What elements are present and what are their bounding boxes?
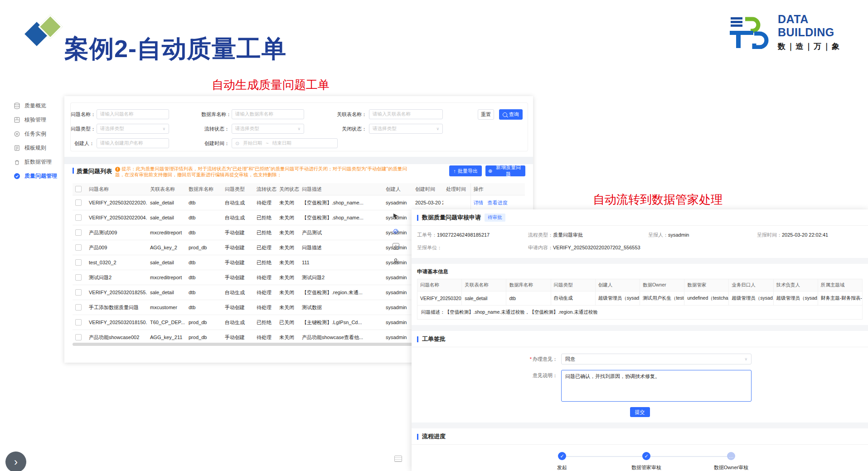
order-no-field: 工单号：1902722462498185217 <box>417 232 528 238</box>
end-date-placeholder: 结束日期 <box>272 140 291 146</box>
list-title: 质量问题列表 <box>77 167 112 175</box>
sidebar-item-2[interactable]: 任务实例 <box>14 127 67 141</box>
filter-input[interactable]: 请输入关联表名称 <box>369 109 443 119</box>
field-label: 呈报人： <box>648 232 668 238</box>
progress-section-header: 流程进度 <box>412 428 868 444</box>
cell-name: 测试问题2 <box>86 270 147 285</box>
search-button[interactable]: 查询 <box>499 109 523 120</box>
sidebar-item-4[interactable]: 脏数据管理 <box>14 155 67 169</box>
filter-select[interactable]: 请选择类型∨ <box>97 124 169 134</box>
filter-select[interactable]: 请选择类型∨ <box>369 124 443 134</box>
select-all-checkbox[interactable] <box>75 186 82 192</box>
opinion-value: 同意 <box>565 356 575 363</box>
filter-group: 关闭状态：请选择类型∨ <box>336 124 443 134</box>
comment-textarea[interactable]: 问题已确认，并找到原因，协调技术修复。 <box>561 370 752 402</box>
cell-handled <box>443 195 470 210</box>
issue-table-header-row: 问题名称关联表名称数据库名称问题类型流转状态关闭状态问题描述创建人创建时间处理时… <box>73 183 525 195</box>
cursor-icon[interactable] <box>392 212 400 220</box>
row-checkbox[interactable] <box>75 304 82 311</box>
add-issue-button[interactable]: ⊕ 新增质量问题 <box>485 165 525 176</box>
filter-group: 创建时间：⊙开始日期~结束日期 <box>201 138 338 148</box>
cell-creator: sysadmin <box>383 285 412 300</box>
filter-input[interactable]: 请输入数据库名称 <box>232 109 304 119</box>
cell-creator: sysadmin <box>383 315 412 330</box>
detail-column-header: 问题类型 <box>551 279 595 291</box>
filter-label: 问题类型： <box>71 126 97 132</box>
cell-type: 自动生成 <box>222 210 254 225</box>
cell-closed: 未关闭 <box>276 255 299 270</box>
filter-group: 流转状态：请选择类型∨ <box>201 124 304 134</box>
row-checkbox[interactable] <box>75 274 82 281</box>
row-checkbox[interactable] <box>75 334 82 340</box>
submit-button[interactable]: 提交 <box>630 407 650 417</box>
progress-title: 流程进度 <box>422 432 446 441</box>
row-checkbox[interactable] <box>75 319 82 325</box>
logo-name: DATA BUILDING <box>778 13 868 39</box>
date-separator: ~ <box>266 141 268 146</box>
user-icon[interactable] <box>392 257 400 265</box>
cell-flow: 待处理 <box>254 195 276 210</box>
filter-label: 关联表名称： <box>336 111 369 118</box>
section-accent-bar <box>73 168 74 174</box>
row-checkbox[interactable] <box>75 289 82 296</box>
placeholder-text: 请输入问题名称 <box>100 111 134 117</box>
row-checkbox[interactable] <box>75 214 82 221</box>
placeholder-text: 请输入创建用户名称 <box>100 140 143 146</box>
panel-widget-icon[interactable] <box>394 456 402 462</box>
filter-panel: 问题名称：请输入问题名称数据库名称：请输入数据库名称关联表名称：请输入关联表名称… <box>70 102 528 151</box>
view-progress-link[interactable]: 查看进度 <box>488 200 508 205</box>
chevron-down-icon: ∨ <box>297 126 301 131</box>
filter-select[interactable]: 请选择类型∨ <box>232 124 304 134</box>
reset-button[interactable]: 重置 <box>478 109 494 120</box>
field-value: 质量问题审批 <box>553 232 583 238</box>
row-checkbox-cell <box>73 225 86 240</box>
check-icon: ✓ <box>558 452 566 460</box>
row-checkbox[interactable] <box>75 199 82 206</box>
header-checkbox-cell <box>73 183 86 195</box>
cell-desc: 【主键检测】.LgIPsn_Cd... <box>299 315 383 330</box>
cell-closed: 未关闭 <box>276 225 299 240</box>
opinion-select[interactable]: 同意 ∨ <box>561 354 752 364</box>
row-checkbox[interactable] <box>75 259 82 266</box>
column-header: 创建时间 <box>412 183 443 195</box>
placeholder-text: 请选择类型 <box>100 126 124 132</box>
sidebar-item-0[interactable]: 质量概览 <box>14 99 67 113</box>
font-icon[interactable]: A <box>393 243 399 250</box>
batch-export-button[interactable]: ↑ 批量导出 <box>449 165 482 176</box>
field-value: VERIFY_20250320220207202_556553 <box>553 245 640 250</box>
row-checkbox-cell <box>73 315 86 330</box>
section-gap <box>412 258 868 264</box>
detail-cell: 超级管理员（sysad... <box>773 291 818 306</box>
date-range-input[interactable]: ⊙开始日期~结束日期 <box>232 138 338 148</box>
cell-db: dtb <box>186 225 222 240</box>
detail-cell: 超级管理员（sysad... <box>729 291 773 306</box>
approval-info: 工单号：1902722462498185217 流程类型：质量问题审批 呈报人：… <box>412 226 868 258</box>
filter-group: 问题类型：请选择类型∨ <box>71 124 169 134</box>
sidebar-item-3[interactable]: 模板规则 <box>14 141 67 155</box>
detail-link[interactable]: 详情 <box>474 200 484 205</box>
comment-row: 意见说明： 问题已确认，并找到原因，协调技术修复。 <box>412 370 868 402</box>
cell-flow: 待处理 <box>254 285 276 300</box>
row-checkbox[interactable] <box>75 229 82 236</box>
warning-icon: ! <box>115 167 120 172</box>
filter-input[interactable]: 请输入问题名称 <box>97 109 169 119</box>
cell-desc: 【空值检测】.shop_name... <box>299 210 383 225</box>
dirty-data-icon <box>14 159 20 165</box>
sidebar-item-label: 任务实例 <box>24 130 46 138</box>
approval-panel: 数据质量问题审核申请 待审批 工单号：1902722462498185217 流… <box>412 209 868 471</box>
filter-input[interactable]: 请输入创建用户名称 <box>97 138 169 148</box>
start-date-placeholder: 开始日期 <box>243 140 262 146</box>
sidebar-item-1[interactable]: 核验管理 <box>14 113 67 127</box>
next-slide-button[interactable]: › <box>5 452 26 471</box>
placeholder-text: 请选择类型 <box>373 126 397 132</box>
detail-column-header: 数据管家 <box>684 279 729 291</box>
batch-export-label: 批量导出 <box>458 168 478 175</box>
sidebar-item-5[interactable]: 质量问题管理 <box>14 169 67 183</box>
row-checkbox[interactable] <box>75 244 82 251</box>
column-header: 关联表名称 <box>147 183 186 195</box>
link-icon[interactable]: ⊘ <box>392 227 400 235</box>
basic-info-title: 申请基本信息 <box>412 264 868 279</box>
section-accent-bar <box>417 434 418 440</box>
filter-label: 关闭状态： <box>336 126 369 132</box>
status-badge: 待审批 <box>485 214 505 222</box>
